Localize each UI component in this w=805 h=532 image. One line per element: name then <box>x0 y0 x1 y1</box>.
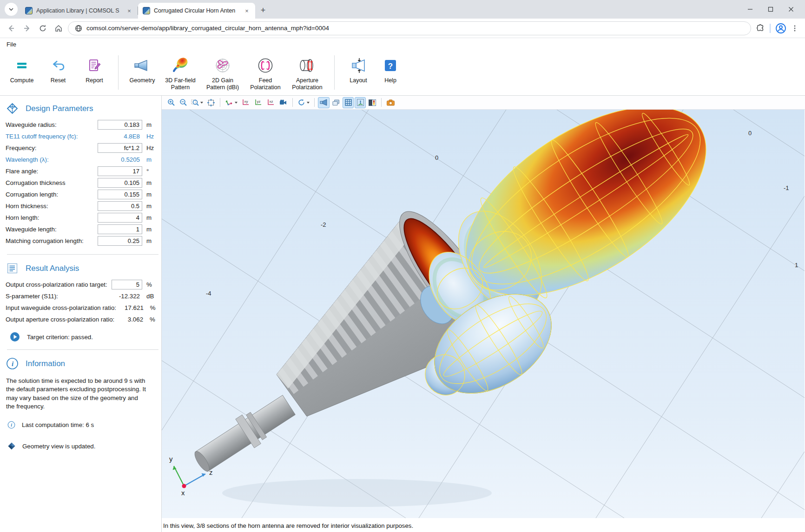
last-computation-row: i Last computation time: 6 s <box>0 411 161 429</box>
model-3d-canvas[interactable]: 0 -2 -4 0 -1 1 <box>162 110 805 518</box>
zoom-out-button[interactable] <box>178 97 189 108</box>
s11-value: -12.322 <box>98 293 142 300</box>
flare-angle-input[interactable] <box>98 166 142 176</box>
close-window-button[interactable] <box>781 0 801 19</box>
scene-objects-button[interactable] <box>330 97 342 108</box>
param-label: Horn length: <box>6 214 98 221</box>
compute-button[interactable]: Compute <box>4 53 40 85</box>
tab-title: Application Library | COMSOL S <box>36 7 122 14</box>
feed-polarization-button[interactable]: Feed Polarization <box>245 53 286 92</box>
param-label: Corrugation thickness <box>6 179 98 186</box>
compute-icon <box>14 56 30 75</box>
view-xy-button[interactable]: xy <box>240 97 251 108</box>
param-label: Corrugation length: <box>6 191 98 198</box>
layout-button[interactable]: Layout <box>340 53 376 85</box>
dropdown-caret-icon <box>235 102 238 104</box>
tab-horn-antenna[interactable]: Corrugated Circular Horn Anten × <box>138 3 255 19</box>
compute-label: Compute <box>10 77 34 84</box>
minimize-icon <box>747 7 753 12</box>
screenshot-button[interactable] <box>385 97 396 108</box>
param-unit: m <box>146 179 157 186</box>
param-label: Waveguide radius: <box>6 121 98 128</box>
section-divider <box>7 349 158 350</box>
param-unit: m <box>146 237 157 244</box>
rotate-view-button[interactable] <box>296 97 311 108</box>
svg-text:z: z <box>209 468 213 476</box>
browser-window: Application Library | COMSOL S × Corruga… <box>0 0 805 532</box>
chevron-down-icon <box>8 7 14 12</box>
site-info-icon[interactable] <box>75 25 82 32</box>
farfield-3d-button[interactable]: 3D Far-field Pattern <box>160 53 200 92</box>
information-header: i Information <box>0 353 161 374</box>
tab-close-icon[interactable]: × <box>243 7 251 14</box>
layout-icon <box>349 56 368 75</box>
waveguide-length-input[interactable] <box>98 224 142 234</box>
horn-thickness-input[interactable] <box>98 201 142 211</box>
param-unit: m <box>146 121 157 128</box>
zoom-in-icon <box>167 99 175 106</box>
horn-length-input[interactable] <box>98 213 142 223</box>
view-xy-icon: xy <box>241 99 250 106</box>
corrugation-thickness-input[interactable] <box>98 178 142 188</box>
report-button[interactable]: Report <box>76 53 112 85</box>
svg-text:xz: xz <box>270 99 273 104</box>
reload-button[interactable] <box>36 22 49 35</box>
frequency-input[interactable] <box>98 143 142 153</box>
forward-button[interactable] <box>20 22 33 35</box>
param-label: Horn thickness: <box>6 203 98 210</box>
zoom-box-button[interactable] <box>190 97 205 108</box>
reset-button[interactable]: Reset <box>40 53 76 85</box>
show-geometry-toggle[interactable] <box>318 97 330 108</box>
param-unit: m <box>146 203 157 210</box>
back-button[interactable] <box>5 22 18 35</box>
home-button[interactable] <box>52 22 65 35</box>
view-yz-button[interactable]: yz <box>252 97 264 108</box>
tab-close-icon[interactable]: × <box>125 7 133 14</box>
param-row-waveguide-length: Waveguide length: m <box>0 223 161 235</box>
zoom-extents-button[interactable] <box>205 97 217 108</box>
tab-application-library[interactable]: Application Library | COMSOL S × <box>20 3 138 19</box>
view-xz-button[interactable]: xz <box>265 97 277 108</box>
grid-toggle[interactable] <box>343 97 354 108</box>
result-label: Output aperture cross-polarization ratio… <box>6 316 114 323</box>
zoom-box-icon <box>191 99 199 106</box>
url-text: comsol.com/server-demo/app/library_corru… <box>86 25 329 32</box>
target-criterion-row: Target criterion: passed. <box>0 325 161 342</box>
param-unit: Hz <box>146 133 157 140</box>
svg-text:yz: yz <box>257 99 261 104</box>
help-label: Help <box>384 77 396 84</box>
corrugation-length-input[interactable] <box>98 190 142 199</box>
app-ribbon: Compute Reset Report Geometry 3D Far-fie… <box>0 51 805 96</box>
cross-polarization-target-input[interactable] <box>112 280 142 289</box>
scene-camera-button[interactable] <box>277 97 289 108</box>
comsol-favicon <box>143 7 150 14</box>
legend-toggle[interactable] <box>367 97 378 108</box>
profile-icon[interactable] <box>775 23 786 34</box>
tab-search-button[interactable] <box>5 3 18 16</box>
extensions-icon[interactable] <box>756 24 765 33</box>
param-unit: m <box>146 191 157 198</box>
waveguide-radius-input[interactable] <box>98 120 142 130</box>
legend-toggle-icon <box>368 99 376 106</box>
view-orientation-button[interactable] <box>224 97 239 108</box>
result-unit: % <box>150 316 157 323</box>
url-bar[interactable]: comsol.com/server-demo/app/library_corru… <box>68 21 751 35</box>
geometry-label: Geometry <box>130 77 155 84</box>
gain-2d-label: 2D Gain Pattern (dBi) <box>204 77 241 91</box>
gain-2d-button[interactable]: 2D Gain Pattern (dBi) <box>200 53 245 92</box>
result-row-s11: S-parameter (S11): -12.322 dB <box>0 290 161 302</box>
menu-kebab-icon[interactable] <box>791 25 798 32</box>
zoom-in-button[interactable] <box>165 97 177 108</box>
aperture-polarization-button[interactable]: Aperture Polarization <box>286 53 329 92</box>
file-menu[interactable]: File <box>7 41 16 48</box>
zoom-extents-icon <box>207 99 215 107</box>
geometry-button[interactable]: Geometry <box>124 53 160 85</box>
minimize-button[interactable] <box>740 0 760 19</box>
dropdown-caret-icon <box>200 102 203 104</box>
new-tab-button[interactable]: + <box>257 4 269 16</box>
maximize-icon <box>768 7 773 12</box>
axes-toggle[interactable] <box>355 97 366 108</box>
maximize-button[interactable] <box>760 0 781 19</box>
matching-corrugation-length-input[interactable] <box>98 236 142 246</box>
help-button[interactable]: ? Help <box>376 53 404 85</box>
